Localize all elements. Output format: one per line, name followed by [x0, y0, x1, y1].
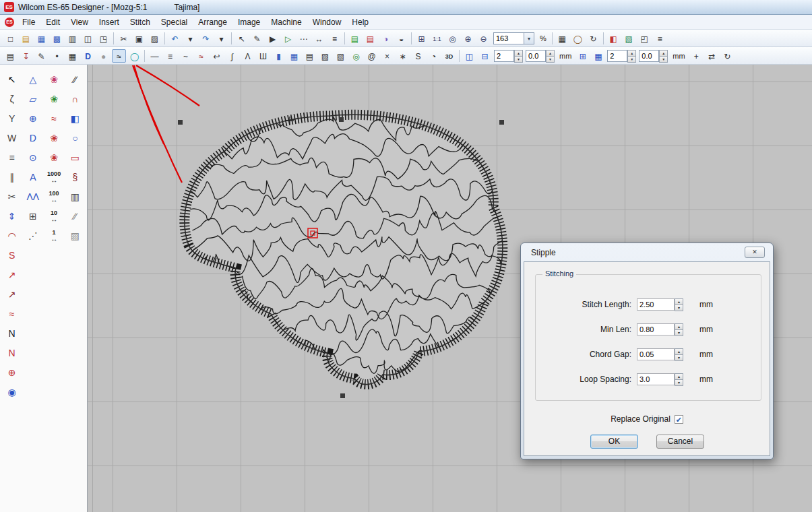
backstitch-icon[interactable]: ↩	[210, 49, 224, 63]
offset-count-field[interactable]: ▴▾	[494, 50, 523, 62]
mirror-tool-icon[interactable]: ⇄	[705, 49, 719, 63]
plant-tool[interactable]: ❀	[44, 129, 65, 147]
dot-tool-icon[interactable]: •	[50, 49, 64, 63]
target-tool[interactable]: ⊕	[22, 109, 43, 127]
outline-shape-tool[interactable]: ▱	[22, 90, 43, 108]
stitch-edit-icon[interactable]: ✎	[250, 32, 264, 45]
sculpture-run-icon[interactable]: ~	[179, 49, 193, 63]
fancy-fill-icon[interactable]: ▨	[318, 49, 332, 63]
array-row-icon[interactable]: ⊞	[575, 49, 590, 63]
zoom-input[interactable]	[493, 32, 524, 44]
size-100-button[interactable]: 100↔	[44, 187, 65, 205]
sprig-tool[interactable]: ❀	[44, 90, 65, 108]
film-strip-icon[interactable]: ▦	[65, 49, 80, 63]
undo-icon[interactable]: ↶	[168, 32, 182, 45]
replace-original-checkbox[interactable]: ✔	[675, 415, 683, 424]
selection-handle-top-right[interactable]	[499, 120, 504, 125]
triple-run-icon[interactable]: ≡	[163, 49, 177, 63]
offset-distance-spinner[interactable]: ▴▾	[546, 50, 555, 62]
contour-icon[interactable]: ◎	[349, 49, 363, 63]
copy-icon[interactable]: ▣	[132, 32, 146, 45]
dot-counter-icon[interactable]: ⋯	[296, 32, 311, 45]
motif-fill-icon[interactable]: ▧	[334, 49, 348, 63]
select-tool[interactable]: ↖	[1, 70, 22, 88]
cut-icon[interactable]: ✂	[117, 32, 131, 45]
zoom-1-1-icon[interactable]: 1:1	[430, 32, 444, 45]
applique-icon[interactable]: ◔	[427, 49, 441, 63]
menu-machine[interactable]: Machine	[266, 16, 307, 28]
spin-down-icon[interactable]: ▾	[659, 57, 668, 63]
spin-down-icon[interactable]: ▾	[627, 57, 636, 63]
triple-wave-tool[interactable]: ≈	[44, 109, 65, 127]
document-icon[interactable]: ES	[5, 18, 14, 27]
overview-window-icon[interactable]: ◰	[637, 32, 652, 45]
spin-down-icon[interactable]: ▾	[675, 355, 683, 361]
selection-handle-top-mid[interactable]	[339, 117, 344, 122]
menu-image[interactable]: Image	[232, 16, 266, 28]
object-list-icon[interactable]: ≡	[653, 32, 667, 45]
slow-redraw-icon[interactable]: ▶	[266, 32, 280, 45]
menu-stitch[interactable]: Stitch	[125, 16, 156, 28]
ellipse-tool[interactable]: ○	[65, 129, 86, 147]
star-fill-icon[interactable]: ∗	[396, 49, 410, 63]
stitch-length-spinner[interactable]: ▴▾	[675, 298, 683, 311]
spin-down-icon[interactable]: ▾	[675, 305, 683, 311]
transform-tool-icon[interactable]: +	[689, 49, 704, 63]
spin-up-icon[interactable]: ▴	[675, 323, 683, 330]
stitch-list-icon[interactable]: ≡	[327, 32, 342, 45]
run-icon[interactable]: —	[148, 49, 162, 63]
min-len-spinner[interactable]: ▴▾	[675, 323, 683, 335]
offset-count-input[interactable]	[494, 50, 514, 62]
film-red-icon[interactable]: ▤	[363, 32, 377, 45]
spin-up-icon[interactable]: ▴	[675, 373, 683, 380]
n-shape-tool[interactable]: N	[1, 324, 22, 342]
chord-gap-spinner[interactable]: ▴▾	[675, 348, 683, 360]
updown-tool[interactable]: ⇕	[1, 207, 22, 225]
rectangle-tool[interactable]: ▭	[65, 148, 86, 166]
size-1-button[interactable]: 1↔	[44, 226, 65, 245]
spin-down-icon[interactable]: ▾	[675, 330, 683, 336]
globe-tool[interactable]: ⊙	[22, 148, 43, 166]
spin-up-icon[interactable]: ▴	[675, 348, 683, 355]
zigzag-tool[interactable]: W	[1, 129, 22, 147]
loop-spacing-input[interactable]	[637, 373, 675, 385]
mirror-card-tool[interactable]: ◧	[65, 109, 86, 127]
parallel-tool[interactable]: ∥	[1, 168, 22, 186]
satin-lines-tool[interactable]: ≡	[1, 148, 22, 166]
spin-down-icon[interactable]: ▾	[546, 57, 555, 63]
offset-distance-input[interactable]	[526, 50, 546, 62]
stitch-arrow-tool[interactable]: ↗	[1, 265, 22, 284]
e-stitch-icon[interactable]: Ш	[256, 49, 270, 63]
redo-drop-icon[interactable]: ▾	[214, 32, 228, 45]
pencil-tool-icon[interactable]: ✎	[34, 49, 49, 63]
reshape-tool[interactable]: △	[22, 70, 43, 88]
dim-artwork-icon[interactable]: ◒	[394, 32, 408, 45]
chord-gap-input[interactable]	[637, 348, 675, 360]
array-spacing-spinner[interactable]: ▴▾	[659, 50, 668, 62]
measure-icon[interactable]: ↔	[312, 32, 326, 45]
print-preview-icon[interactable]: ◫	[81, 32, 95, 45]
array-spacing-input[interactable]	[639, 50, 659, 62]
close-icon[interactable]: ✕	[745, 247, 765, 258]
redo-icon[interactable]: ↷	[199, 32, 213, 45]
save-as-icon[interactable]: ▩	[50, 32, 64, 45]
new-icon[interactable]: □	[3, 32, 18, 45]
background-color-icon[interactable]: ▧	[622, 32, 636, 45]
spin-up-icon[interactable]: ▴	[627, 50, 636, 57]
zigzag-run-tool[interactable]: ≈	[1, 305, 22, 323]
export-machine-icon[interactable]: ◳	[96, 32, 111, 45]
boot-tool[interactable]: §	[65, 168, 86, 186]
wave-fill-icon[interactable]: S	[411, 49, 425, 63]
chevron-down-icon[interactable]: ▾	[524, 32, 534, 44]
hatch2-tool[interactable]: ∕∕	[65, 207, 86, 225]
lettering-tool[interactable]: A	[22, 168, 43, 186]
d-circle-tool[interactable]: D	[22, 129, 43, 147]
spin-up-icon[interactable]: ▴	[546, 50, 555, 57]
curve-tool[interactable]: ∩	[65, 90, 86, 108]
gray-circle-icon[interactable]: ●	[96, 49, 111, 63]
zoom-factor-icon[interactable]: ◎	[445, 32, 460, 45]
n-shape-red-tool[interactable]: N	[1, 344, 22, 362]
selection-handle-top-left[interactable]	[178, 120, 183, 125]
ok-button[interactable]: OK	[590, 435, 638, 449]
ring-plus-tool[interactable]: ⊕	[1, 363, 22, 381]
